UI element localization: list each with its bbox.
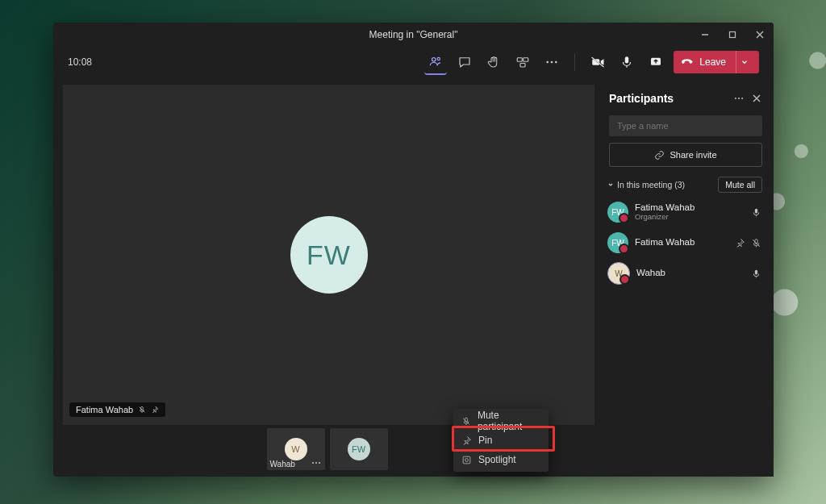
more-actions-button[interactable] — [540, 51, 563, 73]
video-stage: FW Fatima Wahab — [63, 85, 594, 425]
participants-button[interactable] — [424, 50, 447, 75]
thumbnail-avatar: FW — [348, 438, 370, 460]
participant-search[interactable] — [609, 115, 762, 136]
main-participant-avatar: FW — [290, 216, 368, 294]
spotlight-icon — [461, 455, 472, 465]
pin-icon — [461, 435, 472, 446]
rooms-icon — [515, 55, 530, 69]
share-icon — [649, 55, 663, 69]
window-controls — [691, 23, 774, 47]
menu-spotlight[interactable]: Spotlight — [453, 450, 549, 469]
hangup-icon — [682, 56, 693, 68]
close-button[interactable] — [746, 23, 774, 47]
toolbar-separator — [574, 53, 575, 71]
participant-thumbnail[interactable]: FW — [330, 428, 388, 470]
raise-hand-button[interactable] — [482, 51, 505, 73]
maximize-icon — [728, 30, 737, 40]
meeting-window: Meeting in "General" 10:08 Leave — [53, 23, 774, 477]
participant-avatar: W — [607, 262, 630, 285]
pinned-name-chip: Fatima Wahab — [69, 402, 165, 417]
camera-off-icon — [590, 55, 605, 69]
participant-row[interactable]: FWFatima Wahab — [604, 228, 766, 257]
mic-off-indicator[interactable] — [748, 235, 764, 251]
participant-list: FWFatima WahabOrganizerFWFatima WahabWWa… — [604, 198, 766, 288]
more-icon — [733, 93, 745, 104]
mic-icon — [620, 55, 634, 69]
mic-off-icon — [138, 406, 146, 414]
thumbnail-avatar: W — [285, 438, 307, 460]
mic-icon — [751, 269, 761, 279]
thumbnail-label: Wahab — [270, 460, 295, 469]
participant-avatar: FW — [607, 202, 628, 223]
participant-avatar: FW — [607, 232, 628, 253]
participants-panel: Participants Share invite In this meetin… — [601, 78, 774, 477]
participant-context-menu: Mute participant Pin Spotlight — [453, 409, 549, 472]
participant-thumbnail[interactable]: W Wahab ⋯ — [267, 428, 325, 470]
breakout-rooms-button[interactable] — [511, 51, 534, 73]
panel-title: Participants — [604, 92, 730, 105]
camera-toggle[interactable] — [586, 51, 609, 73]
leave-options-chevron[interactable] — [736, 51, 753, 73]
pin-icon — [151, 406, 159, 414]
presence-dot — [619, 244, 629, 254]
minimize-icon — [700, 30, 710, 40]
maximize-button[interactable] — [719, 23, 746, 47]
panel-more-button[interactable] — [730, 90, 748, 107]
mic-indicator[interactable] — [748, 265, 764, 281]
pin-icon — [735, 238, 745, 248]
menu-pin[interactable]: Pin — [453, 431, 549, 450]
people-icon — [428, 54, 443, 69]
titlebar: Meeting in "General" — [53, 23, 774, 47]
chevron-down-icon — [740, 58, 749, 66]
participant-row[interactable]: WWahab — [604, 259, 766, 288]
hand-icon — [486, 55, 501, 69]
chevron-down-icon — [607, 181, 614, 188]
close-icon — [752, 94, 761, 103]
mic-off-icon — [461, 416, 471, 427]
leave-button[interactable]: Leave — [674, 51, 759, 73]
participant-name: Wahab — [636, 268, 665, 278]
mic-off-icon — [751, 238, 761, 248]
close-icon — [755, 30, 765, 40]
leave-label: Leave — [699, 56, 726, 68]
window-title: Meeting in "General" — [369, 29, 458, 40]
chat-icon — [457, 55, 472, 69]
participant-row[interactable]: FWFatima WahabOrganizer — [604, 198, 766, 227]
share-screen-button[interactable] — [645, 51, 667, 73]
menu-mute-participant[interactable]: Mute participant — [453, 411, 549, 431]
meeting-toolbar: 10:08 Leave — [53, 47, 774, 78]
pin-indicator[interactable] — [732, 235, 748, 251]
share-invite-button[interactable]: Share invite — [609, 143, 762, 167]
desktop-background: Meeting in "General" 10:08 Leave — [0, 0, 826, 504]
link-icon — [654, 150, 665, 160]
section-in-meeting[interactable]: In this meeting (3) — [607, 180, 718, 190]
meeting-duration: 10:08 — [68, 56, 92, 68]
mic-toggle[interactable] — [615, 51, 638, 73]
presence-dot — [620, 274, 630, 285]
chat-button[interactable] — [453, 51, 476, 73]
search-input[interactable] — [615, 120, 756, 131]
pinned-name-label: Fatima Wahab — [76, 405, 133, 414]
minimize-button[interactable] — [691, 23, 719, 47]
mic-indicator[interactable] — [748, 204, 764, 220]
more-icon — [544, 55, 559, 69]
participant-name: Fatima Wahab — [635, 237, 695, 248]
thumbnail-more-button[interactable]: ⋯ — [311, 457, 322, 469]
participant-role: Organizer — [635, 213, 695, 222]
mute-all-button[interactable]: Mute all — [718, 177, 762, 193]
thumbnail-strip: W Wahab ⋯ FW Mute participant — [53, 428, 601, 477]
mic-icon — [751, 207, 761, 218]
panel-close-button[interactable] — [748, 90, 766, 107]
presence-dot — [619, 213, 629, 223]
